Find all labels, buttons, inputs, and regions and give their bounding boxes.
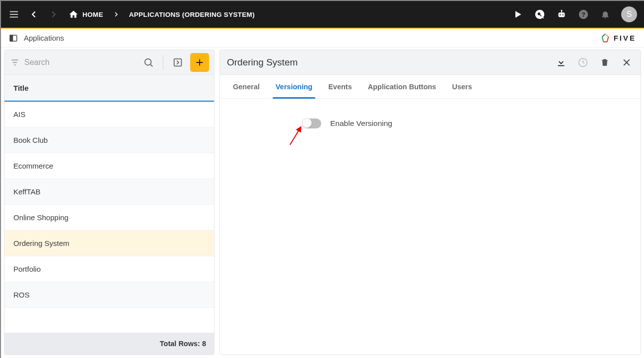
list-item[interactable]: Online Shopping <box>4 205 214 231</box>
avatar[interactable]: S <box>621 6 637 22</box>
detail-title: Ordering System <box>227 57 298 68</box>
top-bar: HOME APPLICATIONS (ORDERING SYSTEM) ? S <box>1 1 644 28</box>
delete-icon[interactable] <box>598 56 612 69</box>
search-bar <box>4 50 214 75</box>
add-button[interactable] <box>190 53 209 72</box>
svg-rect-6 <box>559 12 565 17</box>
list-item[interactable]: Book Club <box>4 127 214 153</box>
chevron-right-icon <box>112 10 120 18</box>
svg-rect-20 <box>174 59 182 66</box>
svg-line-19 <box>150 64 152 66</box>
enable-versioning-label: Enable Versioning <box>330 119 392 128</box>
logo-text: FIVE <box>614 34 636 42</box>
bot-icon[interactable] <box>556 8 568 20</box>
tab-users[interactable]: Users <box>444 75 480 98</box>
list-item[interactable]: Ordering System <box>4 231 214 256</box>
svg-marker-3 <box>515 11 521 17</box>
list-item[interactable]: Portfolio <box>4 256 214 282</box>
close-icon[interactable] <box>620 56 634 69</box>
help-icon[interactable]: ? <box>577 8 589 20</box>
divider <box>163 55 163 70</box>
svg-text:?: ? <box>581 11 585 18</box>
breadcrumb-home[interactable]: HOME <box>82 11 103 18</box>
import-icon[interactable] <box>169 54 186 71</box>
filter-icon[interactable] <box>9 58 20 67</box>
home-icon[interactable] <box>68 8 79 20</box>
page-title: Applications <box>24 34 64 42</box>
avatar-initial: S <box>627 10 632 19</box>
search-icon[interactable] <box>140 54 157 71</box>
menu-icon[interactable] <box>8 8 20 20</box>
enable-versioning-toggle[interactable] <box>303 119 321 128</box>
detail-header: Ordering System <box>220 50 641 75</box>
svg-rect-14 <box>10 35 12 41</box>
detail-panel: Ordering System GeneralVersioningEventsA… <box>219 50 641 355</box>
download-icon[interactable] <box>554 56 568 69</box>
list-item[interactable]: KeffTAB <box>4 179 214 205</box>
breadcrumb: HOME APPLICATIONS (ORDERING SYSTEM) <box>68 8 255 20</box>
tab-events[interactable]: Events <box>320 75 360 98</box>
list-footer: Total Rows: 8 <box>4 333 214 355</box>
breadcrumb-current[interactable]: APPLICATIONS (ORDERING SYSTEM) <box>129 11 255 18</box>
tab-application-buttons[interactable]: Application Buttons <box>360 75 444 98</box>
svg-point-7 <box>560 14 561 15</box>
tab-content-versioning: Enable Versioning <box>220 99 641 355</box>
column-header-title[interactable]: Title <box>4 75 214 102</box>
tab-general[interactable]: General <box>225 75 268 98</box>
back-icon[interactable] <box>28 8 40 20</box>
svg-point-8 <box>563 14 564 15</box>
footer-label: Total Rows: <box>160 340 200 348</box>
svg-point-18 <box>145 59 151 65</box>
list-item[interactable]: Ecommerce <box>4 153 214 179</box>
list-item[interactable]: ROS <box>4 282 214 308</box>
svg-point-10 <box>561 10 563 11</box>
logo: FIVE <box>600 33 636 44</box>
applications-list-panel: Title AISBook ClubEcommerceKeffTABOnline… <box>4 50 215 355</box>
play-icon[interactable] <box>512 8 524 20</box>
forward-icon <box>48 8 60 20</box>
list-item[interactable]: AIS <box>4 102 214 127</box>
svg-point-4 <box>538 12 541 15</box>
bell-icon[interactable] <box>599 8 611 20</box>
tab-versioning[interactable]: Versioning <box>268 75 320 98</box>
search-comment-icon[interactable] <box>534 8 546 20</box>
footer-count: 8 <box>202 340 206 348</box>
svg-rect-23 <box>558 65 565 66</box>
panel-icon <box>9 34 18 43</box>
detail-tabs: GeneralVersioningEventsApplication Butto… <box>220 75 641 99</box>
applications-list: AISBook ClubEcommerceKeffTABOnline Shopp… <box>4 102 214 333</box>
search-input[interactable] <box>24 58 136 67</box>
history-icon[interactable] <box>576 56 590 69</box>
sub-header: Applications FIVE <box>1 29 644 48</box>
